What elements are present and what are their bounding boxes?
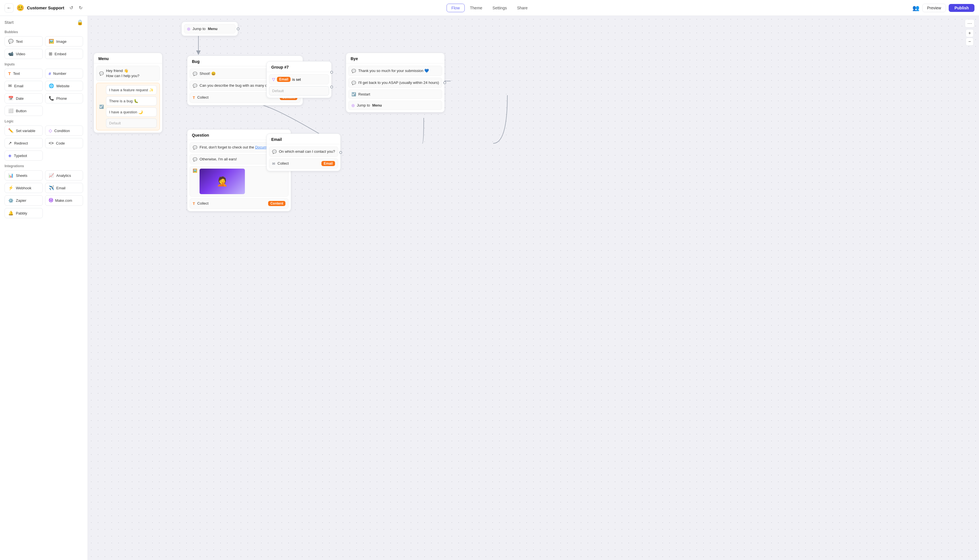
bye-back-row: 💬 I'll get back to you ASAP (usually wit…: [349, 78, 442, 88]
email-node: Email 💬 On which email can I contact you…: [267, 133, 341, 171]
group7-default: Default: [269, 86, 329, 95]
sidebar-item-makecom[interactable]: Ⓜ Make.com: [45, 195, 83, 206]
main-layout: Start 🔒 Bubbles 💬 Text 🖼️ Image 📹 Video …: [0, 16, 979, 560]
tab-theme[interactable]: Theme: [465, 4, 487, 12]
sidebar-item-pabbly[interactable]: 🔔 Pabbly: [5, 208, 43, 218]
chat-icon-3: 💬: [193, 145, 197, 150]
image-bubble-label: Image: [57, 39, 67, 43]
text-bubble-label: Text: [16, 39, 23, 43]
zoom-controls: ⋯ + −: [965, 19, 974, 46]
sidebar-item-email-integration[interactable]: ✈️ Email: [45, 183, 83, 193]
back-button[interactable]: ←: [5, 3, 13, 12]
bye-jump-row: ◎ Jump to Menu: [349, 101, 442, 110]
code-label: Code: [56, 141, 65, 145]
lock-icon: 🔒: [77, 19, 83, 25]
node-connector: [237, 27, 240, 30]
sidebar-item-embed-bubble[interactable]: ⊞ Embed: [45, 49, 83, 59]
menu-node-body: 💬 Hey friend 👋How can I help you? ☑️ I h…: [94, 63, 162, 133]
content-badge-2: Content: [268, 201, 285, 206]
sidebar-item-image-bubble[interactable]: 🖼️ Image: [45, 36, 83, 47]
sidebar-item-text-bubble[interactable]: 💬 Text: [5, 36, 43, 47]
condition-label: Condition: [54, 129, 70, 133]
sidebar-item-redirect[interactable]: ↗ Redirect: [5, 138, 43, 148]
sidebar-item-typebot[interactable]: ◈ Typebot: [5, 150, 43, 161]
text-icon-2: T: [193, 202, 195, 206]
sheets-label: Sheets: [16, 173, 27, 178]
button-input-label: Button: [16, 109, 27, 113]
zoom-out-button[interactable]: −: [966, 38, 974, 46]
bye-jump-label: Jump to: [357, 103, 370, 107]
bye-back-text: I'll get back to you ASAP (usually withi…: [358, 80, 439, 85]
group7-connector-bottom: [330, 86, 333, 88]
option-question: I have a question 🌙: [106, 107, 157, 117]
sidebar-top: Start 🔒: [5, 19, 83, 25]
jump-to-menu-row: ◎ Jump to Menu: [184, 24, 235, 33]
undo-redo-group: ↺ ↻: [67, 4, 85, 12]
chat-icon-2: 💬: [193, 83, 197, 88]
redo-button[interactable]: ↻: [77, 4, 85, 12]
sidebar-item-code[interactable]: <> Code: [45, 138, 83, 148]
tab-share[interactable]: Share: [512, 4, 532, 12]
sidebar-item-analytics[interactable]: 📈 Analytics: [45, 170, 83, 180]
tab-settings[interactable]: Settings: [488, 4, 512, 12]
analytics-label: Analytics: [57, 173, 71, 178]
undo-button[interactable]: ↺: [67, 4, 75, 12]
sidebar-item-website-input[interactable]: 🌐 Website: [45, 81, 83, 91]
sidebar-item-zapier[interactable]: ⚙️ Zapier: [5, 195, 43, 206]
number-input-label: Number: [53, 72, 66, 76]
bye-jump-icon: ◎: [352, 103, 355, 107]
canvas[interactable]: ◎ Jump to Menu Menu 💬 Hey friend 👋How ca…: [88, 16, 979, 560]
bye-thanks-text: Thank you so much for your submission 💙: [358, 68, 439, 73]
preview-button[interactable]: Preview: [922, 4, 946, 12]
menu-options: I have a feature request ✨ There is a bu…: [106, 85, 157, 128]
sidebar-item-text-input[interactable]: T Text: [5, 68, 43, 78]
typebot-label: Typebot: [14, 153, 27, 158]
set-variable-label: Set variable: [16, 129, 35, 133]
text-input-label: Text: [13, 72, 20, 76]
start-node: ◎ Jump to Menu: [182, 22, 238, 36]
sidebar-item-number-input[interactable]: # Number: [45, 68, 83, 78]
people-icon[interactable]: 👥: [912, 5, 919, 11]
sidebar-item-condition[interactable]: ◇ Condition: [45, 125, 83, 136]
phone-input-label: Phone: [57, 97, 67, 101]
pabbly-icon: 🔔: [8, 210, 13, 216]
bubbles-grid: 💬 Text 🖼️ Image 📹 Video ⊞ Embed: [5, 36, 83, 59]
filter-icon: ▽: [272, 77, 275, 82]
sidebar-item-sheets[interactable]: 📊 Sheets: [5, 170, 43, 180]
sidebar-item-set-variable[interactable]: ✏️ Set variable: [5, 125, 43, 136]
sidebar-item-date-input[interactable]: 📅 Date: [5, 93, 43, 103]
text-input-icon: T: [8, 71, 11, 76]
start-label: Start: [5, 20, 13, 25]
integrations-grid: 📊 Sheets 📈 Analytics ⚡ Webhook ✈️ Email …: [5, 170, 83, 218]
redirect-icon: ↗: [8, 140, 12, 146]
menu-greeting-row: 💬 Hey friend 👋How can I help you?: [96, 66, 160, 81]
chat-icon-7: 💬: [352, 81, 356, 85]
sidebar-item-email-input[interactable]: ✉ Email: [5, 81, 43, 91]
date-input-label: Date: [16, 97, 23, 101]
checkbox-icon: ☑️: [99, 105, 104, 109]
image-bubble-icon: 🖼️: [49, 39, 54, 44]
gif-figure: 🤦: [217, 176, 228, 187]
phone-input-icon: 📞: [49, 96, 54, 101]
more-options-button[interactable]: ⋯: [965, 19, 974, 27]
section-bubbles-title: Bubbles: [5, 30, 83, 34]
bye-node-body: 💬 Thank you so much for your submission …: [346, 63, 444, 112]
gif-image: 🤦: [200, 168, 245, 194]
publish-button[interactable]: Publish: [949, 4, 974, 12]
header-nav: Flow Theme Settings Share: [447, 4, 532, 12]
jump-label: Jump to: [192, 27, 205, 31]
sidebar-item-video-bubble[interactable]: 📹 Video: [5, 49, 43, 59]
zoom-in-button[interactable]: +: [966, 29, 974, 37]
sidebar-item-webhook[interactable]: ⚡ Webhook: [5, 183, 43, 193]
email-integration-icon: ✈️: [49, 185, 54, 190]
tab-flow[interactable]: Flow: [447, 4, 465, 12]
sidebar-item-button-input[interactable]: ⬜ Button: [5, 106, 43, 116]
typebot-icon: ◈: [8, 153, 12, 158]
restart-icon: ☑️: [352, 92, 356, 97]
logic-grid: ✏️ Set variable ◇ Condition ↗ Redirect <…: [5, 125, 83, 161]
sidebar-item-phone-input[interactable]: 📞 Phone: [45, 93, 83, 103]
video-bubble-label: Video: [16, 52, 25, 56]
back-icon: ←: [7, 5, 11, 10]
video-bubble-icon: 📹: [8, 51, 13, 57]
email-collect-row: ✉ Collect Email: [269, 158, 338, 168]
